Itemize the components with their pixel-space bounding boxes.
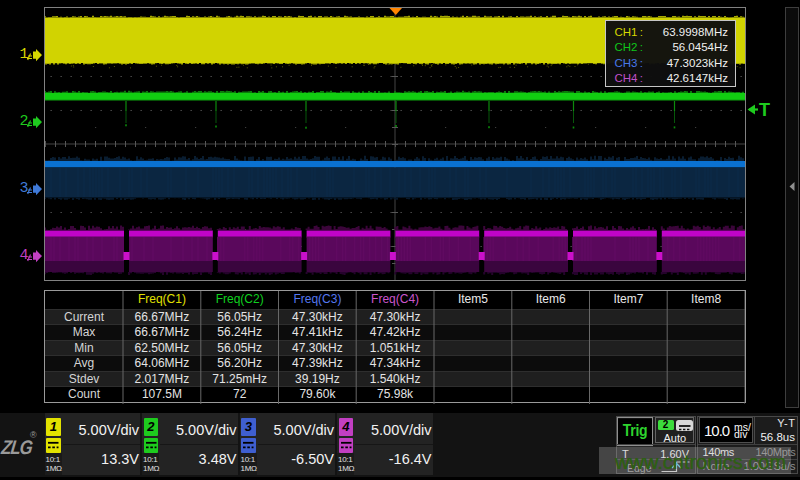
svg-text:T: T	[759, 101, 770, 120]
